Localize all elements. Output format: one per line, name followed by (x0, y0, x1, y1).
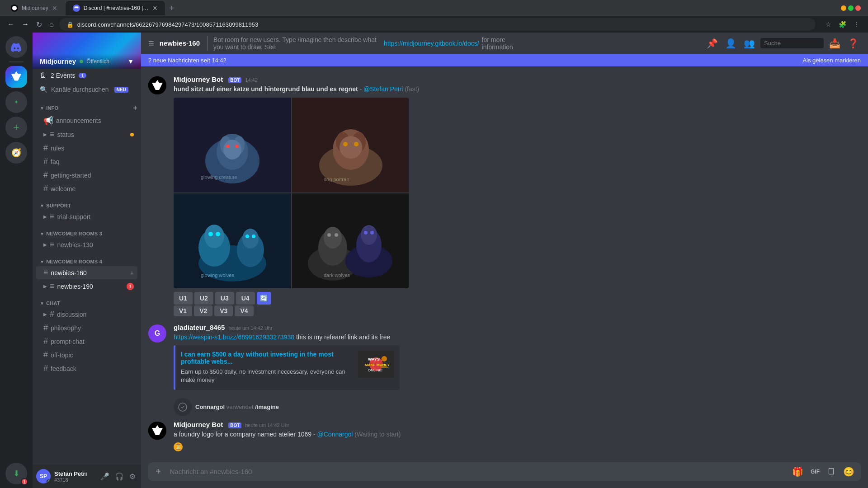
channel-announcements[interactable]: 📢 announcements (36, 114, 137, 127)
bookmark-button[interactable]: ☆ (823, 19, 834, 30)
pin-button[interactable]: 📌 (705, 36, 720, 51)
refresh-button[interactable]: 🔄 (257, 292, 271, 305)
channel-philosophy[interactable]: # philosophy (36, 321, 137, 334)
message-header-1: Midjourney Bot BOT 14:42 (174, 75, 861, 83)
server-icon-dm[interactable] (5, 36, 27, 58)
v4-button[interactable]: V4 (235, 305, 253, 316)
header-search-input[interactable] (760, 38, 824, 48)
inbox-button[interactable]: 📥 (827, 36, 842, 51)
message-content-bot: Midjourney Bot BOT heute um 14:42 Uhr a … (174, 421, 861, 452)
help-button[interactable]: ❓ (846, 36, 861, 51)
download-button[interactable]: ⬇ 1 (5, 463, 27, 484)
category-newcomer3-label: NEWCOMER ROOMS 3 (46, 231, 102, 236)
getting-started-icon: # (43, 170, 48, 180)
server-icon-midjourney[interactable] (5, 66, 27, 88)
svg-point-34 (324, 227, 342, 249)
u3-button[interactable]: U3 (215, 292, 234, 305)
newbies-160-add[interactable]: + (130, 269, 134, 277)
user-avatar[interactable]: SP (36, 469, 51, 483)
channel-newbies-190[interactable]: ▶ ≡ newbies-190 1 (36, 280, 137, 293)
sticker-button[interactable]: 🗒 (824, 464, 839, 480)
bot-badge-1: BOT (228, 77, 241, 83)
channel-header-name: newbies-160 (160, 39, 200, 47)
home-button[interactable]: ⌂ (47, 19, 56, 30)
channel-rules[interactable]: # rules (36, 141, 137, 155)
channel-discussion-name: discussion (57, 311, 134, 318)
v2-button[interactable]: V2 (194, 305, 212, 316)
mark-read-button[interactable]: Als gelesen markieren (802, 57, 861, 64)
channel-desc-suffix: for more information (482, 36, 524, 51)
events-label: 2 Events (51, 72, 75, 79)
message-input[interactable] (168, 462, 786, 481)
channel-trial-support[interactable]: ▶ ≡ trial-support (36, 210, 137, 223)
channel-faq[interactable]: # faq (36, 155, 137, 168)
v1-button[interactable]: V1 (174, 305, 192, 316)
emoji-button[interactable]: 😊 (840, 464, 857, 480)
channel-getting-started[interactable]: # getting-started (36, 169, 137, 182)
search-channels-item[interactable]: 🔍 Kanäle durchsuchen NEU (33, 82, 141, 97)
connargol-system-avatar (174, 398, 192, 416)
events-item[interactable]: 🗓 2 Events 1 (33, 69, 141, 82)
message-author-mj-bot[interactable]: Midjourney Bot (174, 421, 223, 428)
channel-feedback[interactable]: # feedback (36, 362, 137, 375)
url-bar[interactable]: 🔒 discord.com/channels/66226797698429747… (59, 18, 816, 31)
prompt-chat-icon: # (43, 337, 48, 346)
add-member-button[interactable]: 👤 (723, 36, 738, 51)
category-info[interactable]: ▼ INFO + (33, 97, 141, 114)
extensions-button[interactable]: 🧩 (836, 19, 849, 30)
channel-trial-support-name: trial-support (57, 213, 134, 221)
close-button[interactable] (855, 5, 861, 11)
category-support[interactable]: ▼ SUPPORT (33, 196, 141, 210)
new-messages-text: 2 neue Nachrichten seit 14:42 (148, 57, 226, 64)
channel-off-topic[interactable]: # off-topic (36, 348, 137, 361)
message-author-bot[interactable]: Midjourney Bot (174, 75, 223, 83)
channel-desc-link[interactable]: https://midjourney.gitbook.io/docs/ (384, 40, 479, 47)
server-icon-extra1[interactable]: ✦ (5, 91, 27, 113)
messages-area: Midjourney Bot BOT 14:42 hund sitzt auf … (141, 66, 868, 459)
command-name: /imagine (255, 404, 279, 410)
v3-button[interactable]: V3 (214, 305, 233, 316)
gift-button[interactable]: 🎁 (789, 464, 806, 480)
tab-midjourney[interactable]: Midjourney ✕ (4, 1, 65, 15)
reload-button[interactable]: ↻ (34, 19, 44, 31)
members-list-button[interactable]: 👥 (742, 36, 757, 51)
channel-welcome[interactable]: # welcome (36, 182, 137, 195)
u2-button[interactable]: U2 (194, 292, 213, 305)
svg-point-39 (361, 225, 377, 245)
svg-text:glowing creature: glowing creature (201, 174, 237, 180)
category-newcomer3[interactable]: ▼ NEWCOMER ROOMS 3 (33, 224, 141, 238)
newbies-190-expand: ▶ (43, 284, 47, 289)
add-server-button[interactable]: + (5, 117, 27, 138)
gif-button[interactable]: GIF (808, 464, 822, 480)
channel-prompt-chat[interactable]: # prompt-chat (36, 335, 137, 348)
headphones-button[interactable]: 🎧 (113, 470, 126, 483)
channel-newbies-130[interactable]: ▶ ≡ newbies-130 (36, 238, 137, 251)
new-tab-button[interactable]: + (166, 2, 178, 15)
maximize-button[interactable] (848, 5, 854, 11)
category-newcomer4[interactable]: ▼ NEWCOMER ROOMS 4 (33, 252, 141, 266)
user-settings-button[interactable]: ⚙ (127, 470, 137, 483)
spam-link[interactable]: https://wespin-s1.buzz/6899162933273938 (174, 333, 294, 341)
minimize-button[interactable] (841, 5, 846, 11)
tab-discord[interactable]: Discord | #newbies-160 | Mid… ✕ (66, 1, 165, 15)
channel-discussion[interactable]: ▶ # discussion (36, 308, 137, 321)
message-author-gladiateur[interactable]: gladiateur_8465 (174, 324, 225, 331)
settings-button[interactable]: ⋮ (851, 19, 863, 30)
input-add-button[interactable]: + (152, 463, 165, 480)
mic-button[interactable]: 🎤 (99, 470, 111, 483)
back-button[interactable]: ← (5, 19, 16, 30)
explore-button[interactable]: 🧭 (5, 142, 27, 164)
server-banner[interactable]: Midjourney Öffentlich ▼ (33, 33, 141, 69)
svg-text:ONLINE!: ONLINE! (368, 368, 382, 372)
channel-newbies-160[interactable]: ≡ newbies-160 + (36, 266, 137, 279)
tab-midjourney-close[interactable]: ✕ (52, 5, 57, 12)
server-divider (9, 61, 24, 62)
category-info-add[interactable]: + (133, 104, 137, 112)
u4-button[interactable]: U4 (236, 292, 255, 305)
u1-button[interactable]: U1 (174, 292, 193, 305)
tab-discord-close[interactable]: ✕ (152, 5, 158, 12)
gladiateur-avatar: G (148, 324, 166, 343)
category-chat[interactable]: ▼ CHAT (33, 293, 141, 308)
channel-status[interactable]: ▶ ≡ status (36, 128, 137, 141)
forward-button[interactable]: → (20, 19, 31, 30)
